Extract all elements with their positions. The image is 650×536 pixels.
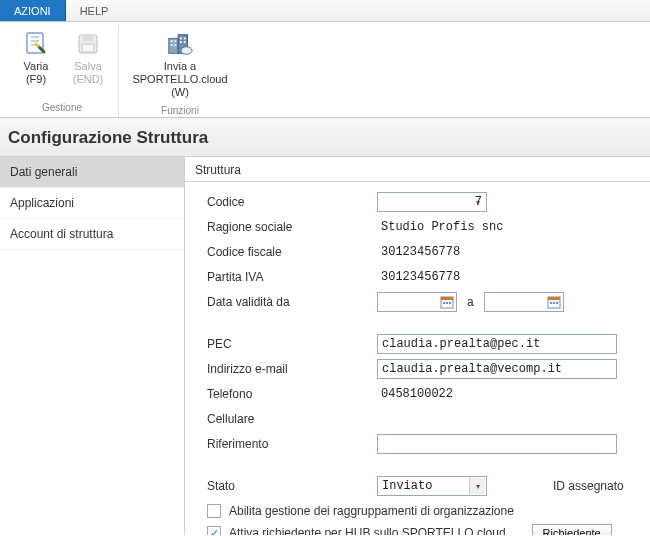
edit-icon (22, 30, 50, 58)
ribbon: Varia (F9) Salva (END) Gestione (0, 22, 650, 118)
struttura-form: Codice ▾ Ragione sociale Codice fiscale … (185, 182, 650, 535)
svg-rect-4 (169, 38, 178, 53)
ribbon-invia-label-2: SPORTELLO.cloud (W) (127, 73, 233, 99)
building-cloud-icon (166, 30, 194, 58)
svg-rect-8 (171, 44, 173, 46)
chevron-down-icon[interactable]: ▾ (471, 194, 485, 210)
svg-rect-18 (446, 302, 448, 304)
chevron-down-icon[interactable]: ▾ (469, 478, 485, 494)
cellulare-label: Cellulare (207, 412, 377, 426)
stato-label: Stato (207, 479, 377, 493)
svg-point-14 (181, 47, 192, 54)
ribbon-salva-button: Salva (END) (64, 26, 112, 100)
svg-rect-17 (443, 302, 445, 304)
pec-input[interactable] (377, 334, 617, 354)
ribbon-salva-label-2: (END) (73, 73, 104, 86)
ribbon-group-funzioni: Invia a SPORTELLO.cloud (W) Funzioni (119, 26, 241, 117)
ribbon-varia-label-1: Varia (24, 60, 49, 73)
ribbon-varia-label-2: (F9) (26, 73, 46, 86)
sidebar-item-dati-generali[interactable]: Dati generali (0, 157, 184, 188)
svg-rect-22 (550, 302, 552, 304)
riferimento-input[interactable] (377, 434, 617, 454)
svg-rect-3 (82, 44, 94, 52)
email-input[interactable] (377, 359, 617, 379)
ribbon-invia-button[interactable]: Invia a SPORTELLO.cloud (W) (125, 26, 235, 103)
svg-rect-11 (184, 37, 186, 39)
svg-rect-10 (180, 37, 182, 39)
ribbon-varia-button[interactable]: Varia (F9) (12, 26, 60, 100)
ragione-input[interactable] (377, 217, 617, 237)
svg-rect-23 (553, 302, 555, 304)
tab-bar: AZIONI HELP (0, 0, 650, 22)
validita-label: Data validità da (207, 295, 377, 309)
telefono-input[interactable] (377, 384, 617, 404)
svg-rect-13 (184, 41, 186, 43)
abilita-raggruppamenti-label: Abilita gestione dei raggruppamenti di o… (229, 504, 514, 518)
svg-rect-16 (441, 297, 453, 300)
calendar-icon[interactable] (440, 295, 454, 309)
email-label: Indirizzo e-mail (207, 362, 377, 376)
section-title: Struttura (185, 157, 650, 182)
attiva-richiedente-label: Attiva richiedente per HUB sullo SPORTEL… (229, 526, 506, 535)
cellulare-input[interactable] (377, 409, 617, 429)
sidebar-item-account-struttura[interactable]: Account di struttura (0, 219, 184, 250)
piva-label: Partita IVA (207, 270, 377, 284)
calendar-icon[interactable] (547, 295, 561, 309)
tab-azioni[interactable]: AZIONI (0, 0, 66, 21)
riferimento-label: Riferimento (207, 437, 377, 451)
cf-input[interactable] (377, 242, 617, 262)
telefono-label: Telefono (207, 387, 377, 401)
main-panel: Struttura Codice ▾ Ragione sociale Codic… (185, 157, 650, 535)
svg-rect-12 (180, 41, 182, 43)
page-title: Configurazione Struttura (0, 118, 650, 157)
ribbon-invia-label-1: Invia a (164, 60, 196, 73)
svg-rect-9 (174, 44, 176, 46)
sidebar-item-applicazioni[interactable]: Applicazioni (0, 188, 184, 219)
save-icon (74, 30, 102, 58)
ribbon-group-gestione: Varia (F9) Salva (END) Gestione (6, 26, 119, 117)
pec-label: PEC (207, 337, 377, 351)
codice-label: Codice (207, 195, 377, 209)
svg-rect-24 (556, 302, 558, 304)
cf-label: Codice fiscale (207, 245, 377, 259)
ribbon-group-gestione-label: Gestione (12, 100, 112, 117)
svg-rect-2 (83, 35, 93, 41)
ribbon-salva-label-1: Salva (74, 60, 102, 73)
tab-help[interactable]: HELP (66, 0, 124, 21)
validita-sep: a (463, 295, 478, 309)
svg-rect-6 (171, 40, 173, 42)
id-assegnato-label: ID assegnato (553, 479, 624, 493)
ragione-label: Ragione sociale (207, 220, 377, 234)
ribbon-group-funzioni-label: Funzioni (125, 103, 235, 120)
richiedente-button[interactable]: Richiedente (532, 524, 612, 535)
svg-rect-19 (449, 302, 451, 304)
piva-input[interactable] (377, 267, 617, 287)
svg-rect-7 (174, 40, 176, 42)
sidebar: Dati generali Applicazioni Account di st… (0, 157, 185, 535)
abilita-raggruppamenti-checkbox[interactable] (207, 504, 221, 518)
attiva-richiedente-checkbox[interactable]: ✓ (207, 526, 221, 535)
svg-rect-21 (548, 297, 560, 300)
